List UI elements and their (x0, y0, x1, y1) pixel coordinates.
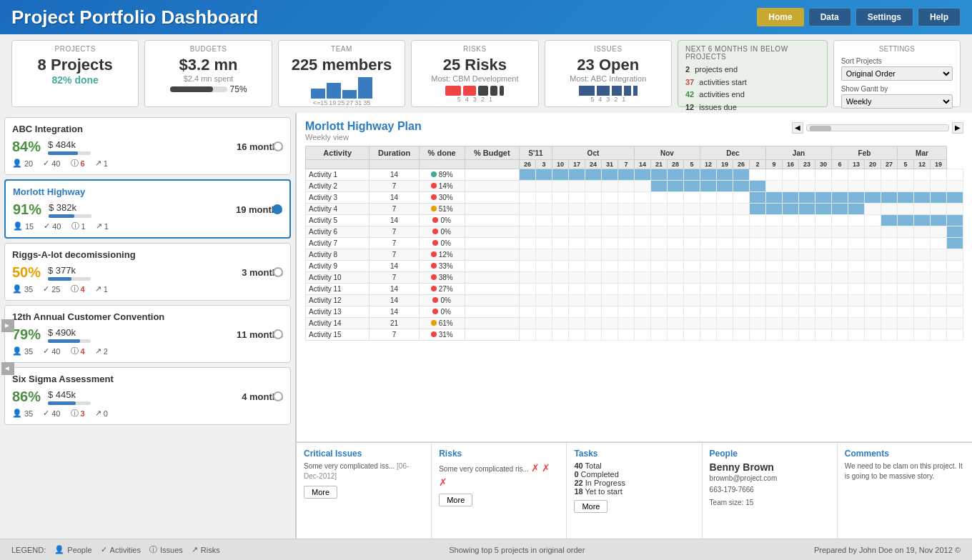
budgets-value: $3.2 mn (152, 56, 264, 74)
gantt-cell-11-16 (782, 295, 798, 306)
project-stats-abc: 👤20 ✓40 ⓘ6 ↗1 (12, 158, 283, 169)
gantt-scroll-left[interactable]: ◀ (792, 122, 803, 134)
project-pct-annual: 79% (12, 326, 41, 343)
data-button[interactable]: Data (808, 8, 851, 26)
right-panel: Morlott Highway Plan Weekly view ◀ ▶ Ac (297, 113, 972, 539)
critical-issues-text: Some very complicated iss... [06-Dec-201… (304, 461, 424, 481)
gantt-cell-7-4 (585, 249, 601, 261)
radio-morlott[interactable] (272, 204, 282, 214)
gantt-cell-8-25 (930, 261, 946, 272)
gantt-cell-13-13 (733, 318, 749, 329)
gantt-cell-2-25 (930, 192, 946, 204)
critical-issues-more-btn[interactable]: More (304, 486, 337, 499)
gantt-cell-2-9 (667, 192, 683, 204)
gantt-row-pct-done: 31% (419, 329, 465, 341)
settings-button[interactable]: Settings (856, 8, 913, 26)
gantt-cell-11-14 (749, 295, 765, 306)
gantt-cell-14-22 (881, 329, 897, 341)
gantt-cell-14-13 (733, 329, 749, 341)
gantt-cell-9-22 (881, 272, 897, 284)
gantt-cell-8-5 (601, 261, 618, 272)
gantt-cell-6-19 (831, 238, 848, 249)
gantt-scrollbar[interactable] (806, 124, 949, 131)
gantt-show-select[interactable]: Weekly Monthly Daily (841, 94, 953, 109)
gantt-cell-10-16 (782, 284, 798, 295)
gantt-row-pct-budget (465, 329, 519, 341)
gantt-cell-12-15 (765, 306, 782, 318)
radio-annual[interactable] (273, 329, 283, 339)
gantt-cell-12-9 (667, 306, 683, 318)
radio-sigma[interactable] (273, 391, 283, 401)
gantt-cell-9-26 (946, 272, 963, 284)
gantt-cell-6-24 (913, 238, 930, 249)
gantt-cell-6-5 (601, 238, 618, 249)
gantt-cell-8-24 (913, 261, 930, 272)
gantt-row-pct-done: 0% (419, 226, 465, 238)
gantt-cell-12-13 (733, 306, 749, 318)
gantt-row-name: Activity 13 (306, 306, 370, 318)
gantt-cell-11-19 (831, 295, 848, 306)
bottom-section: Critical Issues Some very complicated is… (297, 442, 972, 539)
gantt-cell-7-21 (864, 249, 881, 261)
gantt-cell-3-17 (798, 204, 815, 215)
gantt-cell-11-10 (683, 295, 700, 306)
gantt-cell-2-3 (568, 192, 585, 204)
gantt-cell-9-19 (831, 272, 848, 284)
gantt-cell-10-8 (650, 284, 667, 295)
gantt-cell-9-24 (913, 272, 930, 284)
gantt-title: Morlott Highway Plan (305, 120, 422, 133)
radio-abc[interactable] (273, 141, 283, 151)
gantt-cell-2-6 (618, 192, 634, 204)
gantt-cell-7-26 (946, 249, 963, 261)
radio-riggs[interactable] (273, 267, 283, 277)
home-button[interactable]: Home (757, 8, 803, 26)
gantt-cell-14-10 (683, 329, 700, 341)
tasks-more-btn[interactable]: More (574, 500, 608, 513)
activities-start-num: 37 (685, 78, 694, 86)
gantt-cell-5-3 (568, 226, 585, 238)
gantt-scroll-right[interactable]: ▶ (952, 122, 963, 134)
gantt-row-pct-done: 30% (419, 192, 465, 204)
gantt-cell-6-7 (634, 238, 650, 249)
footer-right: Prepared by John Doe on 19, Nov 2012 © (814, 546, 961, 554)
help-button[interactable]: Help (918, 8, 961, 26)
gantt-header: Morlott Highway Plan Weekly view ◀ ▶ (305, 120, 963, 146)
stat-issues-abc: ⓘ6 (71, 158, 85, 169)
stat-activities-morlott: ✓40 (44, 221, 61, 231)
risks-more-btn[interactable]: More (439, 494, 472, 506)
gantt-cell-11-20 (848, 295, 864, 306)
issue-dot-5 (633, 86, 638, 96)
gantt-cell-12-19 (831, 306, 848, 318)
gantt-cell-11-1 (535, 295, 552, 306)
scroll-up-btn[interactable]: ▲ (1, 319, 14, 332)
gantt-cell-1-15 (765, 181, 782, 192)
project-budget-morlott: $ 382k (49, 202, 229, 213)
gantt-cell-1-5 (601, 181, 618, 192)
risks-most: Most: CBM Development (419, 74, 530, 83)
people-name: Benny Brown (710, 461, 830, 473)
gantt-cell-11-8 (650, 295, 667, 306)
stat-people-annual: 👤35 (12, 346, 33, 356)
team-value: 225 members (286, 56, 397, 74)
issue-dot-4 (624, 86, 631, 96)
gantt-cell-0-14 (749, 169, 765, 181)
gantt-cell-4-9 (667, 215, 683, 226)
gantt-cell-6-12 (716, 238, 733, 249)
gantt-cell-11-24 (913, 295, 930, 306)
gantt-cell-3-1 (535, 204, 552, 215)
gantt-cell-0-1 (535, 169, 552, 181)
project-budget-sigma: $ 445k (48, 389, 234, 400)
gantt-cell-5-13 (733, 226, 749, 238)
gantt-row-duration: 7 (370, 226, 419, 238)
team-label: TEAM (286, 45, 397, 53)
scroll-down-btn[interactable]: ▼ (1, 362, 14, 375)
gantt-cell-11-23 (897, 295, 913, 306)
sort-select[interactable]: Original Order By Name By Budget (841, 66, 953, 81)
gantt-cell-1-16 (782, 181, 798, 192)
comments-col-title: Comments (845, 449, 965, 459)
gantt-row-name: Activity 1 (306, 169, 370, 181)
gantt-cell-10-25 (930, 284, 946, 295)
stat-risks-sigma: ↗0 (95, 408, 108, 419)
gantt-cell-12-4 (585, 306, 601, 318)
gantt-row-name: Activity 10 (306, 272, 370, 284)
